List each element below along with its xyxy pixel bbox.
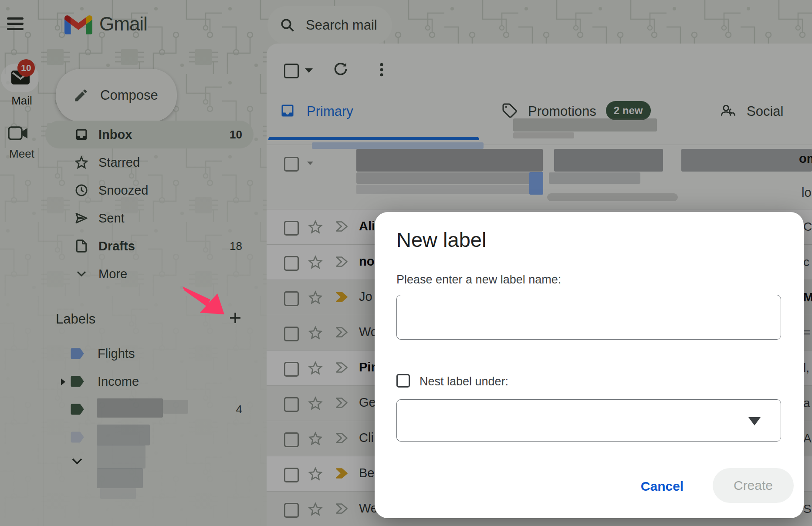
parent-label-select[interactable] bbox=[396, 399, 781, 442]
label-name-prompt: Please enter a new label name: bbox=[396, 273, 561, 287]
new-label-dialog: New label Please enter a new label name:… bbox=[375, 212, 804, 518]
annotation-arrow bbox=[176, 282, 233, 321]
nest-label-text: Nest label under: bbox=[420, 375, 508, 388]
gmail-app: 10 Mail Meet Gmail Compose bbox=[0, 0, 812, 526]
nest-label-checkbox[interactable] bbox=[396, 374, 410, 388]
dialog-title: New label bbox=[396, 228, 486, 252]
create-button[interactable]: Create bbox=[713, 468, 794, 503]
label-name-input[interactable] bbox=[396, 295, 781, 340]
cancel-button[interactable]: Cancel bbox=[632, 472, 693, 500]
caret-down-icon bbox=[748, 417, 761, 425]
